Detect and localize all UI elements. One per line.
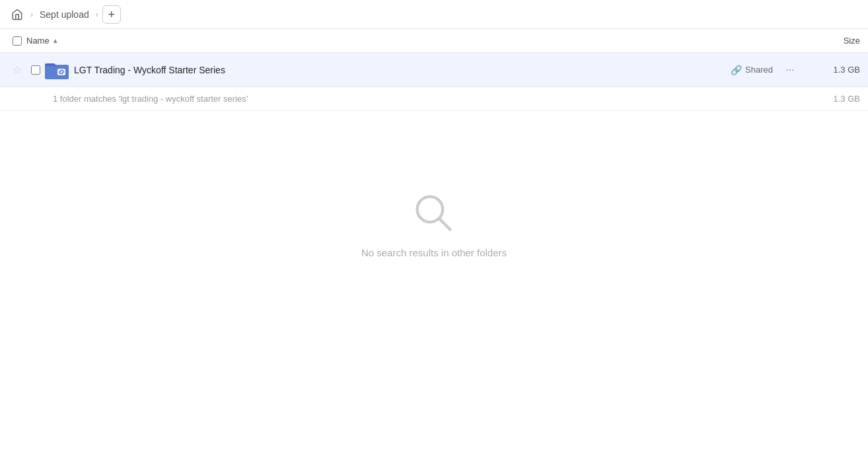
empty-state: No search results in other folders [0,111,868,258]
folder-icon-wrap [45,58,69,82]
more-icon: ··· [785,64,794,76]
name-column-label: Name [26,36,50,46]
row-checkbox[interactable] [31,65,40,75]
column-headers: Name ▲ Size [0,29,868,53]
breadcrumb-chevron-1: › [30,10,33,19]
file-row[interactable]: ☆ LGT Trading - Wyckoff Starter Series 🔗… [0,53,868,87]
select-all-checkbox[interactable] [13,36,22,46]
star-icon[interactable]: ☆ [13,63,22,76]
shared-badge: 🔗 Shared [731,65,773,75]
more-options-button[interactable]: ··· [781,61,799,79]
no-results-icon [411,190,457,236]
no-results-text: No search results in other folders [361,247,507,258]
size-column-header[interactable]: Size [807,36,860,46]
add-button[interactable]: + [102,5,121,24]
folder-icon [45,60,69,80]
star-area[interactable]: ☆ [8,63,26,76]
file-name: LGT Trading - Wyckoff Starter Series [74,65,731,75]
svg-rect-1 [57,69,65,75]
header-checkbox-area[interactable] [8,36,26,46]
sort-arrow-icon: ▲ [52,37,59,44]
toolbar: › Sept upload › + [0,0,868,29]
svg-line-3 [440,219,451,230]
breadcrumb-sept-upload[interactable]: Sept upload [37,8,92,21]
link-icon: 🔗 [731,65,742,75]
shared-label: Shared [745,65,773,75]
match-text: 1 folder matches 'lgt trading - wyckoff … [53,94,807,104]
name-column-header[interactable]: Name ▲ [26,36,807,46]
match-size: 1.3 GB [807,94,860,104]
home-button[interactable] [8,5,26,24]
match-info-row: 1 folder matches 'lgt trading - wyckoff … [0,87,868,111]
breadcrumb-chevron-2: › [96,10,98,19]
file-size: 1.3 GB [807,65,860,75]
row-checkbox-area[interactable] [26,65,45,75]
